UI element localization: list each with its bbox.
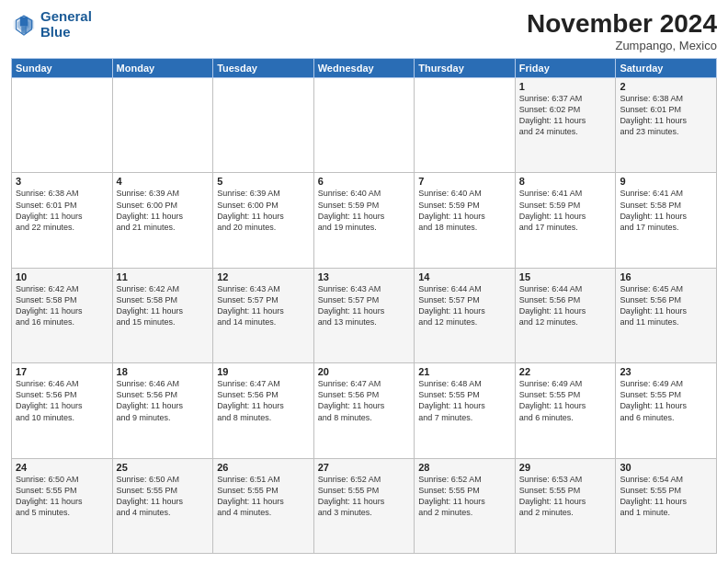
day-number: 16	[620, 271, 712, 282]
day-number: 12	[217, 271, 310, 282]
day-info: Sunrise: 6:41 AM Sunset: 5:59 PM Dayligh…	[519, 188, 612, 233]
calendar-cell: 7Sunrise: 6:40 AM Sunset: 5:59 PM Daylig…	[415, 173, 516, 268]
calendar-header: SundayMondayTuesdayWednesdayThursdayFrid…	[12, 59, 717, 78]
day-number: 22	[519, 366, 612, 377]
calendar-cell: 22Sunrise: 6:49 AM Sunset: 5:55 PM Dayli…	[515, 363, 616, 458]
calendar-cell: 13Sunrise: 6:43 AM Sunset: 5:57 PM Dayli…	[313, 268, 415, 362]
day-number: 5	[217, 176, 310, 187]
logo-text: General Blue	[40, 9, 92, 40]
day-header-tuesday: Tuesday	[213, 59, 314, 78]
day-number: 18	[117, 366, 210, 377]
week-row-4: 17Sunrise: 6:46 AM Sunset: 5:56 PM Dayli…	[12, 363, 717, 458]
day-info: Sunrise: 6:39 AM Sunset: 6:00 PM Dayligh…	[117, 188, 210, 233]
day-number: 13	[318, 271, 411, 282]
calendar-cell: 14Sunrise: 6:44 AM Sunset: 5:57 PM Dayli…	[415, 268, 516, 362]
calendar-cell: 20Sunrise: 6:47 AM Sunset: 5:56 PM Dayli…	[313, 363, 415, 458]
calendar-cell: 28Sunrise: 6:52 AM Sunset: 5:55 PM Dayli…	[415, 458, 516, 553]
day-number: 17	[16, 366, 108, 377]
day-number: 9	[620, 176, 712, 187]
logo-icon	[11, 12, 37, 38]
title-block: November 2024 Zumpango, Mexico	[527, 9, 717, 52]
calendar-cell: 19Sunrise: 6:47 AM Sunset: 5:56 PM Dayli…	[213, 363, 314, 458]
calendar-cell: 23Sunrise: 6:49 AM Sunset: 5:55 PM Dayli…	[616, 363, 717, 458]
day-info: Sunrise: 6:54 AM Sunset: 5:55 PM Dayligh…	[620, 474, 712, 519]
calendar-cell: 3Sunrise: 6:38 AM Sunset: 6:01 PM Daylig…	[12, 173, 113, 268]
svg-rect-5	[21, 26, 27, 33]
day-number: 26	[217, 462, 310, 473]
header-row: SundayMondayTuesdayWednesdayThursdayFrid…	[12, 59, 717, 78]
day-number: 3	[16, 176, 108, 187]
day-info: Sunrise: 6:42 AM Sunset: 5:58 PM Dayligh…	[16, 283, 108, 328]
day-number: 19	[217, 366, 310, 377]
calendar-cell: 12Sunrise: 6:43 AM Sunset: 5:57 PM Dayli…	[213, 268, 314, 362]
day-header-monday: Monday	[112, 59, 213, 78]
calendar-cell: 4Sunrise: 6:39 AM Sunset: 6:00 PM Daylig…	[112, 173, 213, 268]
day-number: 23	[620, 366, 712, 377]
calendar-cell: 16Sunrise: 6:45 AM Sunset: 5:56 PM Dayli…	[616, 268, 717, 362]
calendar-cell	[415, 78, 516, 173]
day-info: Sunrise: 6:40 AM Sunset: 5:59 PM Dayligh…	[418, 188, 511, 233]
calendar-cell	[12, 78, 113, 173]
calendar-cell: 29Sunrise: 6:53 AM Sunset: 5:55 PM Dayli…	[515, 458, 616, 553]
header: General Blue November 2024 Zumpango, Mex…	[11, 9, 717, 52]
calendar-cell: 15Sunrise: 6:44 AM Sunset: 5:56 PM Dayli…	[515, 268, 616, 362]
day-info: Sunrise: 6:47 AM Sunset: 5:56 PM Dayligh…	[318, 378, 411, 423]
day-header-thursday: Thursday	[415, 59, 516, 78]
day-info: Sunrise: 6:40 AM Sunset: 5:59 PM Dayligh…	[318, 188, 411, 233]
calendar-cell: 26Sunrise: 6:51 AM Sunset: 5:55 PM Dayli…	[213, 458, 314, 553]
calendar-cell: 1Sunrise: 6:37 AM Sunset: 6:02 PM Daylig…	[515, 78, 616, 173]
calendar-cell: 24Sunrise: 6:50 AM Sunset: 5:55 PM Dayli…	[12, 458, 113, 553]
calendar-cell: 18Sunrise: 6:46 AM Sunset: 5:56 PM Dayli…	[112, 363, 213, 458]
day-number: 20	[318, 366, 411, 377]
day-number: 11	[117, 271, 210, 282]
calendar-cell: 25Sunrise: 6:50 AM Sunset: 5:55 PM Dayli…	[112, 458, 213, 553]
day-number: 8	[519, 176, 612, 187]
day-info: Sunrise: 6:46 AM Sunset: 5:56 PM Dayligh…	[16, 378, 108, 423]
day-number: 10	[16, 271, 108, 282]
day-header-sunday: Sunday	[12, 59, 113, 78]
calendar: SundayMondayTuesdayWednesdayThursdayFrid…	[11, 58, 717, 554]
day-info: Sunrise: 6:37 AM Sunset: 6:02 PM Dayligh…	[519, 93, 612, 138]
day-header-friday: Friday	[515, 59, 616, 78]
week-row-1: 1Sunrise: 6:37 AM Sunset: 6:02 PM Daylig…	[12, 78, 717, 173]
day-number: 27	[318, 462, 411, 473]
day-number: 14	[418, 271, 511, 282]
day-number: 4	[117, 176, 210, 187]
day-number: 24	[16, 462, 108, 473]
calendar-body: 1Sunrise: 6:37 AM Sunset: 6:02 PM Daylig…	[12, 78, 717, 554]
day-number: 30	[620, 462, 712, 473]
calendar-cell: 27Sunrise: 6:52 AM Sunset: 5:55 PM Dayli…	[313, 458, 415, 553]
day-info: Sunrise: 6:38 AM Sunset: 6:01 PM Dayligh…	[16, 188, 108, 233]
calendar-cell: 10Sunrise: 6:42 AM Sunset: 5:58 PM Dayli…	[12, 268, 113, 362]
day-number: 28	[418, 462, 511, 473]
day-number: 29	[519, 462, 612, 473]
day-info: Sunrise: 6:38 AM Sunset: 6:01 PM Dayligh…	[620, 93, 712, 138]
logo: General Blue	[11, 9, 92, 40]
calendar-cell: 8Sunrise: 6:41 AM Sunset: 5:59 PM Daylig…	[515, 173, 616, 268]
day-info: Sunrise: 6:42 AM Sunset: 5:58 PM Dayligh…	[117, 283, 210, 328]
day-info: Sunrise: 6:46 AM Sunset: 5:56 PM Dayligh…	[117, 378, 210, 423]
week-row-2: 3Sunrise: 6:38 AM Sunset: 6:01 PM Daylig…	[12, 173, 717, 268]
week-row-5: 24Sunrise: 6:50 AM Sunset: 5:55 PM Dayli…	[12, 458, 717, 553]
day-number: 7	[418, 176, 511, 187]
day-info: Sunrise: 6:39 AM Sunset: 6:00 PM Dayligh…	[217, 188, 310, 233]
location: Zumpango, Mexico	[527, 39, 717, 52]
calendar-cell: 21Sunrise: 6:48 AM Sunset: 5:55 PM Dayli…	[415, 363, 516, 458]
day-info: Sunrise: 6:49 AM Sunset: 5:55 PM Dayligh…	[519, 378, 612, 423]
day-info: Sunrise: 6:44 AM Sunset: 5:56 PM Dayligh…	[519, 283, 612, 328]
day-header-saturday: Saturday	[616, 59, 717, 78]
calendar-cell: 11Sunrise: 6:42 AM Sunset: 5:58 PM Dayli…	[112, 268, 213, 362]
day-number: 6	[318, 176, 411, 187]
calendar-cell: 9Sunrise: 6:41 AM Sunset: 5:58 PM Daylig…	[616, 173, 717, 268]
calendar-cell: 5Sunrise: 6:39 AM Sunset: 6:00 PM Daylig…	[213, 173, 314, 268]
day-info: Sunrise: 6:47 AM Sunset: 5:56 PM Dayligh…	[217, 378, 310, 423]
day-info: Sunrise: 6:43 AM Sunset: 5:57 PM Dayligh…	[217, 283, 310, 328]
day-number: 1	[519, 81, 612, 92]
day-info: Sunrise: 6:45 AM Sunset: 5:56 PM Dayligh…	[620, 283, 712, 328]
day-number: 15	[519, 271, 612, 282]
day-header-wednesday: Wednesday	[313, 59, 415, 78]
day-info: Sunrise: 6:52 AM Sunset: 5:55 PM Dayligh…	[318, 474, 411, 519]
day-number: 21	[418, 366, 511, 377]
calendar-cell	[313, 78, 415, 173]
day-info: Sunrise: 6:49 AM Sunset: 5:55 PM Dayligh…	[620, 378, 712, 423]
